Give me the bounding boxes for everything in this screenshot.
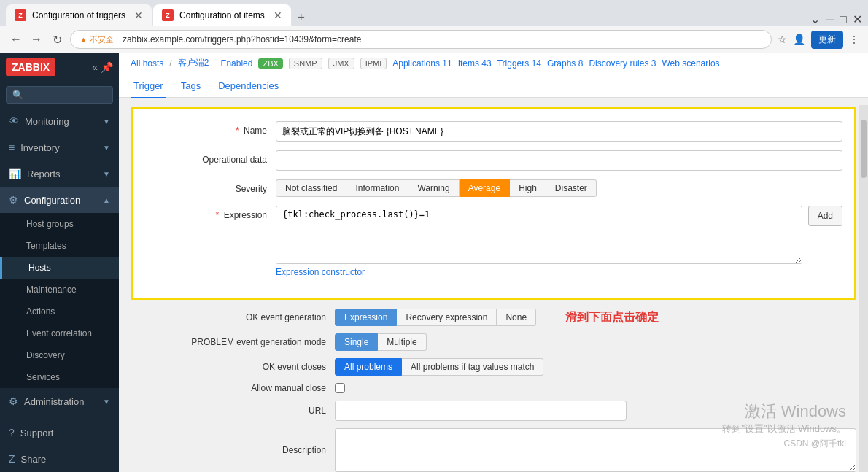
expression-textarea[interactable]: {tkl:check_process.last()}=1 (276, 206, 802, 264)
submenu-item-services[interactable]: Services (0, 366, 119, 388)
problem-event-mode-buttons: Single Multiple (335, 333, 427, 351)
sev-not-classified[interactable]: Not classified (276, 179, 346, 197)
tab-trigger[interactable]: Trigger (131, 74, 166, 98)
sidebar-item-administration[interactable]: ⚙ Administration ▼ (0, 388, 119, 414)
ok-event-expression-btn[interactable]: Expression (335, 309, 397, 326)
breadcrumb-bar: All hosts / 客户端2 Enabled ZBX SNMP JMX IP… (119, 53, 868, 74)
ok-event-closes-label: OK event closes (131, 362, 335, 372)
sidebar-label: Support (20, 427, 54, 438)
tab-close-btn-2[interactable]: ✕ (274, 9, 282, 21)
sidebar-collapse-icons[interactable]: « 📌 (92, 61, 113, 73)
sidebar-item-share[interactable]: Z Share (0, 446, 119, 472)
submenu-item-actions[interactable]: Actions (0, 301, 119, 322)
new-tab-btn[interactable]: + (292, 9, 310, 26)
allow-manual-close-checkbox[interactable] (335, 383, 345, 393)
jmx-btn[interactable]: JMX (328, 58, 354, 69)
sidebar-item-support[interactable]: ? Support (0, 419, 119, 446)
page-scrollbar[interactable] (859, 105, 868, 472)
sidebar-item-configuration[interactable]: ⚙ Configuration ▲ (0, 187, 119, 213)
forward-btn[interactable]: → (29, 32, 44, 47)
sev-high[interactable]: High (510, 179, 546, 197)
sidebar-search-input[interactable] (6, 86, 113, 104)
name-input[interactable] (276, 121, 842, 142)
back-btn[interactable]: ← (9, 32, 23, 47)
name-row: * Name (144, 121, 842, 142)
submenu-item-event-correlation[interactable]: Event correlation (0, 322, 119, 344)
web-scenarios-link[interactable]: Web scenarios (662, 58, 719, 69)
graphs-link[interactable]: Graphs 8 (547, 58, 583, 69)
tab-list-icon[interactable]: ⌄ (810, 12, 820, 26)
close-window-btn[interactable]: ✕ (853, 12, 862, 26)
submenu-item-templates[interactable]: Templates (0, 235, 119, 257)
minimize-btn[interactable]: ─ (826, 13, 834, 26)
all-problems-btn[interactable]: All problems (335, 358, 402, 376)
sidebar-item-monitoring[interactable]: 👁 Monitoring ▼ (0, 108, 119, 134)
pin-icon[interactable]: 📌 (101, 61, 113, 73)
reports-icon: 📊 (9, 168, 21, 179)
expression-field-container: {tkl:check_process.last()}=1 Add Express… (276, 206, 842, 277)
url-row: URL (131, 401, 856, 421)
allow-manual-close-row: Allow manual close (131, 383, 856, 393)
url-input[interactable] (335, 401, 627, 421)
url-field[interactable]: ▲ 不安全 | zabbix.example.com/triggers.php?… (70, 30, 772, 49)
multiple-btn[interactable]: Multiple (378, 333, 426, 351)
menu-icon[interactable]: ⋮ (849, 34, 859, 45)
problem-event-mode-label: PROBLEM event generation mode (131, 337, 335, 347)
add-expression-btn[interactable]: Add (808, 206, 842, 226)
tab-tags[interactable]: Tags (178, 74, 204, 98)
tab-close-btn[interactable]: ✕ (134, 9, 143, 21)
snmp-btn[interactable]: SNMP (289, 58, 322, 69)
tab-icon: Z (15, 9, 26, 21)
browser-toolbar: ☆ 👤 更新 ⋮ (778, 31, 859, 49)
tab-dependencies[interactable]: Dependencies (215, 74, 282, 98)
chevron-icon: ▼ (103, 117, 110, 125)
ok-event-recovery-btn[interactable]: Recovery expression (397, 309, 497, 326)
sev-information[interactable]: Information (346, 179, 408, 197)
items-link[interactable]: Items 43 (458, 58, 492, 69)
triggers-link[interactable]: Triggers 14 (497, 58, 541, 69)
submenu-item-discovery[interactable]: Discovery (0, 344, 119, 366)
inactive-tab[interactable]: Z Configuration of items ✕ (153, 4, 291, 26)
separator: / (169, 58, 171, 69)
scrollbar-thumb (861, 120, 867, 178)
operational-data-input[interactable] (276, 150, 842, 171)
active-tab[interactable]: Z Configuration of triggers ✕ (6, 4, 152, 26)
expression-constructor-link[interactable]: Expression constructor (276, 267, 365, 277)
all-problems-tag-match-btn[interactable]: All problems if tag values match (402, 358, 543, 376)
maximize-btn[interactable]: □ (840, 13, 847, 26)
ok-event-closes-buttons: All problems All problems if tag values … (335, 358, 543, 376)
zbx-badge[interactable]: ZBX (258, 58, 282, 69)
breadcrumb-all-hosts[interactable]: All hosts (131, 58, 163, 69)
refresh-btn[interactable]: ↻ (50, 32, 64, 47)
share-icon: Z (9, 453, 15, 465)
sidebar-item-label: Administration (24, 396, 84, 407)
expression-row: * Expression {tkl:check_process.last()}=… (144, 206, 842, 277)
applications-link[interactable]: Applications 11 (392, 58, 452, 69)
update-button[interactable]: 更新 (811, 31, 843, 49)
sev-disaster[interactable]: Disaster (546, 179, 597, 197)
name-label: * Name (144, 121, 276, 136)
description-textarea[interactable] (335, 428, 856, 472)
sev-average[interactable]: Average (460, 179, 510, 197)
tab-label: Configuration of triggers (32, 10, 125, 20)
bookmark-icon[interactable]: ☆ (778, 34, 787, 45)
sev-warning[interactable]: Warning (408, 179, 459, 197)
ok-event-none-btn[interactable]: None (497, 309, 536, 326)
sidebar-item-inventory[interactable]: ≡ Inventory ▼ (0, 134, 119, 160)
single-btn[interactable]: Single (335, 333, 378, 351)
description-label: Description (131, 445, 335, 455)
submenu-item-hostgroups[interactable]: Host groups (0, 213, 119, 235)
submenu-item-maintenance[interactable]: Maintenance (0, 279, 119, 301)
collapse-icon[interactable]: « (92, 61, 98, 73)
sidebar: ZABBIX « 📌 👁 Monitoring ▼ ≡ Inventory (0, 53, 119, 472)
chevron-icon: ▼ (103, 398, 110, 406)
profile-icon[interactable]: 👤 (793, 34, 805, 45)
breadcrumb-client2[interactable]: 客户端2 (178, 57, 209, 69)
sidebar-item-reports[interactable]: 📊 Reports ▼ (0, 160, 119, 187)
tab-label-2: Configuration of items (179, 10, 265, 20)
submenu-item-hosts[interactable]: Hosts (0, 257, 119, 279)
operational-data-field-container (276, 150, 842, 171)
severity-row: Severity Not classified Information Warn… (144, 179, 842, 197)
ipmi-btn[interactable]: IPMI (360, 58, 387, 69)
discovery-rules-link[interactable]: Discovery rules 3 (589, 58, 656, 69)
